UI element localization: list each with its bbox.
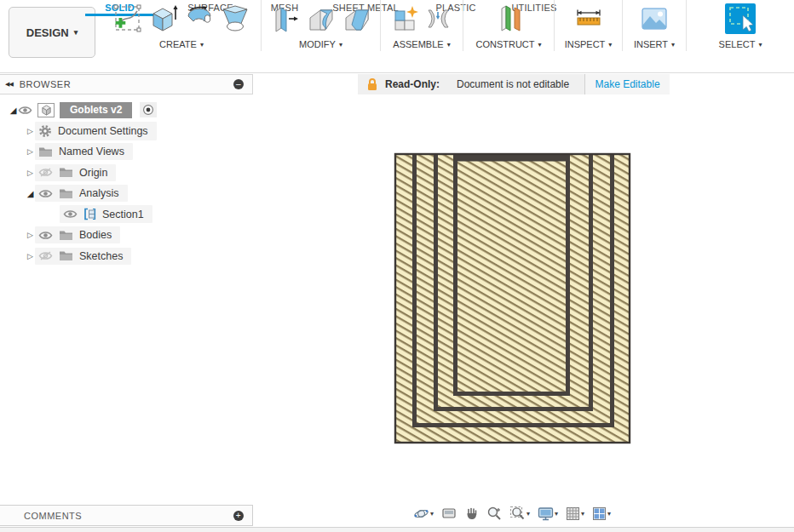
pan-hand-icon [464,506,479,521]
tree-item-label: Origin [79,167,107,179]
make-editable-button[interactable]: Make Editable [585,74,670,94]
modify-menu[interactable]: MODIFY ▾ [299,39,342,49]
read-only-banner: Read-Only: Document is not editable Make… [358,74,670,94]
expand-arrow-icon[interactable]: ▷ [26,231,35,239]
visibility-eye-icon[interactable] [63,209,78,220]
expand-arrow-icon[interactable]: ▷ [26,127,35,135]
construct-menu[interactable]: CONSTRUCT ▾ [475,39,541,49]
group-modify: MODIFY ▾ [262,0,381,51]
root-component-label[interactable]: Goblets v2 [60,102,132,118]
grid-snaps-button[interactable]: ▾ [563,506,587,522]
add-comment-icon[interactable]: + [233,511,244,521]
measure-icon[interactable] [573,3,604,34]
section-hatch-body [395,154,630,443]
visibility-eye-icon[interactable] [38,188,53,199]
assemble-menu[interactable]: ASSEMBLE ▾ [393,39,450,49]
chevron-down-icon: ▾ [758,41,762,49]
new-component-icon[interactable] [390,3,421,34]
visibility-eye-icon[interactable] [38,230,53,241]
expand-arrow-icon[interactable]: ▷ [26,147,35,156]
chevron-down-icon: ▾ [339,41,342,49]
tree-item-label: Bodies [79,229,112,241]
chevron-down-icon: ▾ [581,510,584,518]
tree-row-section1[interactable]: Section1 [0,204,253,226]
pan-button[interactable] [462,506,481,522]
fillet-icon[interactable] [305,3,337,35]
tree-row-bodies[interactable]: ▷ Bodies [0,225,253,246]
folder-icon [59,167,73,178]
folder-icon [59,250,73,261]
loft-icon[interactable] [219,3,251,35]
timeline-strip [0,527,794,532]
chevron-down-icon: ▾ [538,41,542,49]
chevron-down-icon: ▾ [200,41,204,49]
tree-row-analysis[interactable]: ◢ Analysis [0,183,253,204]
create-sketch-icon[interactable] [112,3,144,35]
insert-image-icon[interactable] [639,3,670,34]
design-menu-label: DESIGN [26,26,69,39]
tree-item-label: Analysis [79,187,119,199]
zoom-window-icon [509,506,526,521]
visibility-eye-icon[interactable] [18,105,32,116]
group-create: CREATE ▾ [102,0,262,51]
chevron-down-icon: ▾ [526,510,530,518]
zoom-fit-button[interactable]: ▾ [507,505,532,522]
tree-row-sketches[interactable]: ▷ Sketches [0,246,253,267]
chevron-down-icon: ▾ [607,510,611,518]
expand-arrow-icon[interactable]: ▷ [26,252,35,260]
collapse-panel-icon[interactable]: ◀◀ [5,81,13,88]
model-section-view[interactable] [388,143,639,451]
read-only-label: Read-Only: [385,78,440,90]
expand-arrow-icon[interactable]: ◢ [9,106,18,115]
look-at-icon [441,506,457,520]
group-select: SELECT ▾ [687,0,794,51]
viewports-button[interactable]: ▾ [590,506,613,522]
group-construct: CONSTRUCT ▾ [463,0,555,51]
minimize-panel-icon[interactable]: – [233,79,244,89]
tree-row-named-views[interactable]: ▷ Named Views [0,141,253,163]
display-settings-icon [538,506,554,521]
joint-icon[interactable] [424,3,453,34]
tree-item-label: Section1 [102,209,144,220]
group-insert: INSERT ▾ [623,0,687,51]
visibility-eye-off-icon[interactable] [38,250,53,261]
display-settings-button[interactable]: ▾ [535,506,561,522]
browser-panel: ◀◀ BROWSER – ◢ [0,74,253,266]
section-analysis-icon [83,208,96,220]
browser-tree: ◢ Goblets v2 [0,94,253,266]
chevron-down-icon: ▾ [555,510,558,518]
folder-icon [59,230,73,241]
chevron-down-icon: ▾ [74,28,78,37]
press-pull-icon[interactable] [269,3,302,35]
folder-icon [38,146,53,157]
expand-arrow-icon[interactable]: ▷ [26,169,35,177]
grid-icon [566,506,580,521]
zoom-icon [486,506,502,521]
chevron-down-icon: ▾ [447,41,451,49]
comments-bar[interactable]: COMMENTS + [0,505,253,526]
construction-plane-icon[interactable] [492,3,525,35]
zoom-button[interactable] [484,505,504,522]
revolve-icon[interactable] [183,3,216,35]
group-inspect: INSPECT ▾ [555,0,623,51]
orbit-button[interactable]: ▾ [411,505,436,523]
chamfer-icon[interactable] [341,3,373,35]
insert-menu[interactable]: INSERT ▾ [634,39,675,49]
inspect-menu[interactable]: INSPECT ▾ [565,39,613,49]
select-icon[interactable] [724,3,757,35]
lock-icon [366,77,378,91]
tree-row-root-component[interactable]: ◢ Goblets v2 [0,100,253,121]
expand-arrow-icon[interactable]: ◢ [26,189,35,198]
tree-row-origin[interactable]: ▷ Origin [0,163,253,184]
look-at-button[interactable] [439,506,459,521]
view-navigation-toolbar: ▾ [411,503,613,523]
create-menu[interactable]: CREATE ▾ [159,39,204,49]
visibility-eye-off-icon[interactable] [38,167,53,178]
extrude-icon[interactable] [147,3,180,35]
tree-item-label: Sketches [79,250,123,262]
select-menu[interactable]: SELECT ▾ [719,39,762,49]
chevron-down-icon: ▾ [430,510,434,518]
activate-component-radio[interactable] [140,102,157,117]
tree-row-document-settings[interactable]: ▷ Document Settings [0,121,253,142]
group-assemble: ASSEMBLE ▾ [381,0,463,51]
